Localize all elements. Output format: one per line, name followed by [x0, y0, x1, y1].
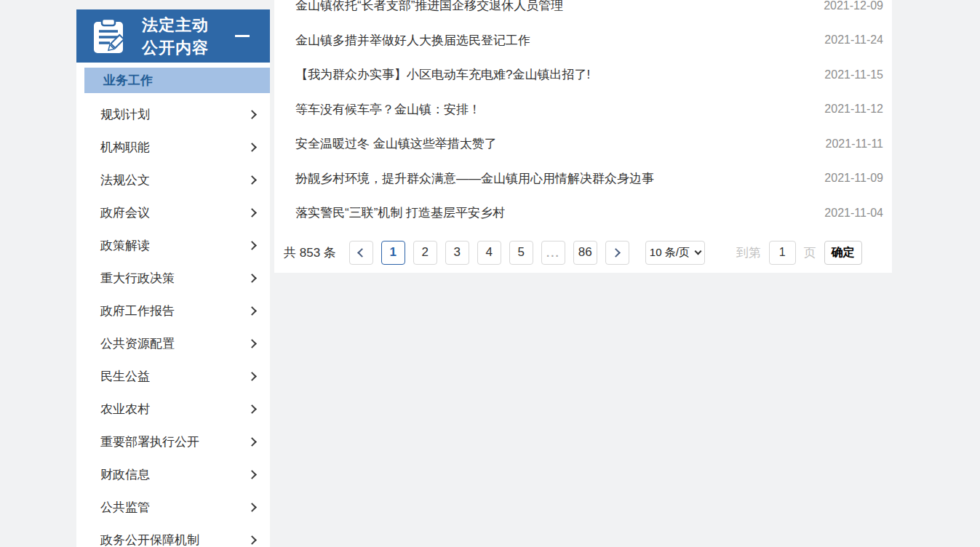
page-number-label: 3	[454, 245, 461, 260]
sidebar-item-label: 公共资源配置	[100, 335, 175, 352]
news-row: 金山镇依托“长者支部”推进国企移交退休人员管理 2021-12-09	[274, 0, 892, 23]
news-date: 2021-11-11	[826, 137, 883, 151]
sidebar-item[interactable]: 规划计划	[76, 98, 270, 131]
page-number-button[interactable]: 2	[413, 241, 437, 265]
chevron-right-icon	[247, 404, 257, 414]
sidebar-title-line2: 公开内容	[142, 36, 209, 59]
chevron-right-icon	[247, 437, 257, 447]
page-number-button[interactable]: 4	[477, 241, 501, 265]
last-page-label: 86	[578, 245, 592, 260]
page-size-value: 10 条/页	[650, 246, 690, 260]
chevron-right-icon	[247, 339, 257, 348]
chevron-right-icon	[247, 175, 257, 185]
sidebar-item[interactable]: 政策解读	[76, 229, 270, 262]
chevron-right-icon	[247, 241, 257, 250]
sidebar-item-label: 重大行政决策	[100, 270, 175, 287]
news-row: 【我为群众办实事】小区电动车充电难?金山镇出招了! 2021-11-15	[274, 57, 892, 92]
news-date: 2021-12-09	[824, 0, 883, 12]
page-number-label: 5	[518, 245, 525, 260]
page: 法定主动 公开内容 业务工作 规划计划 机构职能	[0, 0, 980, 547]
news-title-link[interactable]: 金山镇多措并举做好人大换届选民登记工作	[295, 32, 530, 49]
goto-page-unit: 页	[804, 244, 816, 261]
pagination-total: 共 853 条	[284, 244, 336, 261]
news-title-link[interactable]: 金山镇依托“长者支部”推进国企移交退休人员管理	[295, 0, 563, 14]
news-row: 落实警民“三联”机制 打造基层平安乡村 2021-11-04	[274, 196, 892, 231]
chevron-right-icon	[611, 248, 621, 257]
page-number-group: 1 2 3 4 5	[381, 241, 533, 265]
prev-page-button[interactable]	[349, 241, 373, 265]
chevron-right-icon	[247, 503, 257, 512]
sidebar-item-label: 农业农村	[100, 401, 150, 418]
news-date: 2021-11-15	[824, 68, 883, 81]
sidebar-item[interactable]: 政务公开保障机制	[76, 524, 270, 547]
sidebar-item[interactable]: 公共监管	[76, 491, 270, 524]
news-title-link[interactable]: 等车没有候车亭？金山镇：安排！	[295, 101, 481, 118]
news-title-link[interactable]: 【我为群众办实事】小区电动车充电难?金山镇出招了!	[295, 66, 590, 83]
chevron-right-icon	[247, 372, 257, 381]
news-title-link[interactable]: 扮靓乡村环境，提升群众满意——金山镇用心用情解决群众身边事	[295, 170, 654, 187]
sidebar-item[interactable]: 财政信息	[76, 458, 270, 491]
chevron-right-icon	[247, 470, 257, 479]
sidebar-item[interactable]: 政府工作报告	[76, 295, 270, 327]
sidebar-item[interactable]: 重大行政决策	[76, 262, 270, 295]
chevron-right-icon	[247, 143, 257, 152]
sidebar-item[interactable]: 民生公益	[76, 360, 270, 393]
goto-page-label: 到第	[736, 244, 761, 261]
sidebar-item-label: 政府会议	[100, 204, 150, 221]
sidebar-item-label: 政务公开保障机制	[100, 532, 199, 547]
next-page-button[interactable]	[605, 241, 629, 265]
sidebar-item-active[interactable]: 业务工作	[84, 68, 270, 93]
news-date: 2021-11-09	[824, 172, 883, 185]
chevron-down-icon	[694, 247, 701, 255]
news-date: 2021-11-04	[824, 207, 883, 220]
sidebar-title-line1: 法定主动	[142, 14, 209, 36]
sidebar-item-label: 政策解读	[100, 237, 150, 254]
page-number-button[interactable]: 3	[445, 241, 469, 265]
news-title-link[interactable]: 落实警民“三联”机制 打造基层平安乡村	[295, 204, 505, 221]
ellipsis-button[interactable]: ...	[541, 241, 565, 265]
confirm-label: 确定	[832, 245, 855, 260]
sidebar-item-label: 民生公益	[100, 368, 150, 385]
sidebar-header: 法定主动 公开内容	[76, 9, 270, 63]
sidebar-item[interactable]: 机构职能	[76, 131, 270, 164]
sidebar-item[interactable]: 公共资源配置	[76, 327, 270, 360]
page-number-label: 1	[390, 245, 397, 260]
news-row: 扮靓乡村环境，提升群众满意——金山镇用心用情解决群众身边事 2021-11-09	[274, 161, 892, 196]
confirm-button[interactable]: 确定	[824, 241, 862, 265]
sidebar-menu-list: 规划计划 机构职能 法规公文 政府会议	[76, 93, 270, 547]
sidebar-item-label: 财政信息	[100, 466, 150, 483]
ellipsis-label: ...	[546, 247, 560, 259]
sidebar-item-label: 规划计划	[100, 106, 150, 123]
news-row: 安全温暖过冬 金山镇这些举措太赞了 2021-11-11	[274, 127, 892, 161]
page-number-button[interactable]: 1	[381, 241, 405, 265]
page-number-button[interactable]: 5	[509, 241, 533, 265]
page-size-select[interactable]: 10 条/页	[645, 241, 705, 265]
sidebar-item[interactable]: 政府会议	[76, 196, 270, 229]
clipboard-edit-icon	[92, 18, 124, 55]
news-title-link[interactable]: 安全温暖过冬 金山镇这些举措太赞了	[295, 135, 497, 152]
chevron-left-icon	[357, 248, 367, 257]
sidebar-item-label: 法规公文	[100, 172, 150, 188]
page-number-label: 4	[486, 245, 493, 260]
page-number-label: 2	[422, 245, 429, 260]
sidebar-title: 法定主动 公开内容	[142, 14, 209, 59]
last-page-button[interactable]: 86	[573, 241, 597, 265]
chevron-right-icon	[247, 110, 257, 119]
sidebar-item[interactable]: 重要部署执行公开	[76, 426, 270, 458]
sidebar-item[interactable]: 农业农村	[76, 393, 270, 426]
sidebar-item-label: 重要部署执行公开	[100, 434, 199, 450]
news-date: 2021-11-12	[824, 103, 883, 116]
news-list: 金山镇依托“长者支部”推进国企移交退休人员管理 2021-12-09 金山镇多措…	[274, 0, 892, 231]
pagination: 共 853 条 1 2 3	[284, 240, 862, 265]
chevron-right-icon	[247, 535, 257, 545]
chevron-right-icon	[247, 274, 257, 283]
news-date: 2021-11-24	[824, 33, 883, 47]
news-row: 等车没有候车亭？金山镇：安排！ 2021-11-12	[274, 92, 892, 127]
sidebar-item[interactable]: 法规公文	[76, 164, 270, 196]
sidebar: 法定主动 公开内容 业务工作 规划计划 机构职能	[76, 9, 270, 547]
chevron-right-icon	[247, 306, 257, 316]
goto-page-input[interactable]	[769, 241, 796, 265]
sidebar-menu: 业务工作 规划计划 机构职能 法规公文	[76, 68, 270, 547]
minus-icon[interactable]	[235, 35, 250, 37]
sidebar-item-label: 政府工作报告	[100, 303, 175, 319]
